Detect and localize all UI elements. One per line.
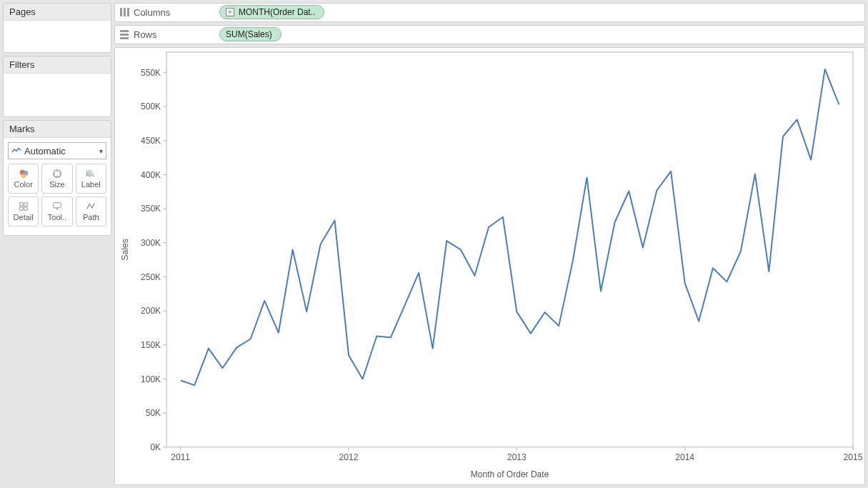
svg-rect-12 (124, 8, 126, 16)
tooltip-icon (51, 201, 63, 211)
svg-text:350K: 350K (141, 204, 161, 214)
label-icon: Abc 123 (85, 169, 96, 179)
svg-rect-16 (120, 37, 129, 39)
svg-text:2013: 2013 (507, 452, 527, 462)
svg-rect-7 (24, 203, 27, 206)
columns-shelf[interactable]: Columns + MONTH(Order Dat.. (114, 3, 865, 22)
svg-text:250K: 250K (141, 272, 161, 282)
svg-text:450K: 450K (141, 136, 161, 146)
svg-rect-9 (24, 207, 27, 210)
svg-point-2 (21, 173, 26, 178)
svg-text:150K: 150K (141, 340, 161, 350)
detail-icon (18, 201, 29, 211)
detail-button[interactable]: Detail (8, 196, 39, 226)
columns-pill[interactable]: + MONTH(Order Dat.. (219, 5, 324, 19)
svg-rect-14 (120, 30, 129, 32)
pages-title: Pages (4, 4, 111, 21)
label-button[interactable]: Abc 123 Label (76, 164, 106, 194)
svg-text:300K: 300K (141, 238, 161, 248)
marks-type-label: Automatic (24, 146, 66, 156)
svg-text:2012: 2012 (339, 452, 359, 462)
svg-rect-8 (19, 207, 22, 210)
rows-shelf[interactable]: Rows SUM(Sales) (114, 25, 865, 44)
pages-shelf[interactable]: Pages (3, 3, 111, 53)
svg-text:200K: 200K (141, 306, 161, 316)
chevron-down-icon: ▾ (99, 147, 103, 155)
rows-icon (119, 29, 129, 39)
svg-text:550K: 550K (141, 67, 161, 77)
svg-text:500K: 500K (141, 101, 161, 111)
svg-text:2011: 2011 (171, 452, 190, 462)
rows-label: Rows (134, 29, 157, 40)
marks-type-select[interactable]: Automatic ▾ (8, 142, 106, 159)
size-icon (51, 169, 63, 179)
size-button[interactable]: Size (41, 164, 72, 194)
path-icon (85, 201, 96, 211)
svg-text:2015: 2015 (844, 452, 863, 462)
svg-text:123: 123 (86, 169, 92, 174)
svg-text:Sales: Sales (120, 239, 130, 260)
svg-rect-15 (120, 34, 129, 36)
marks-card: Marks Automatic ▾ Color (3, 120, 111, 236)
svg-rect-6 (19, 203, 22, 206)
filters-title: Filters (4, 56, 111, 74)
expand-icon[interactable]: + (226, 8, 234, 16)
svg-text:2014: 2014 (675, 452, 694, 462)
columns-label: Columns (134, 7, 170, 18)
rows-pill[interactable]: SUM(Sales) (219, 27, 281, 41)
marks-title: Marks (4, 121, 111, 138)
chart-view[interactable]: 0K50K100K150K200K250K300K350K400K450K500… (114, 47, 865, 485)
svg-text:400K: 400K (141, 169, 161, 179)
columns-icon (119, 7, 129, 17)
svg-rect-13 (127, 8, 129, 16)
svg-text:Month of Order Date: Month of Order Date (471, 469, 549, 479)
tooltip-button[interactable]: Tool.. (41, 196, 72, 226)
path-button[interactable]: Path (76, 196, 106, 226)
line-chart-icon (11, 147, 21, 154)
line-chart: 0K50K100K150K200K250K300K350K400K450K500… (115, 48, 864, 484)
svg-text:100K: 100K (141, 374, 161, 384)
svg-rect-51 (166, 52, 853, 447)
color-button[interactable]: Color (8, 164, 39, 194)
svg-text:50K: 50K (146, 408, 161, 418)
svg-rect-10 (54, 203, 61, 208)
svg-rect-11 (120, 8, 122, 16)
filters-shelf[interactable]: Filters (3, 56, 111, 117)
svg-text:0K: 0K (150, 442, 161, 452)
color-icon (18, 169, 29, 179)
